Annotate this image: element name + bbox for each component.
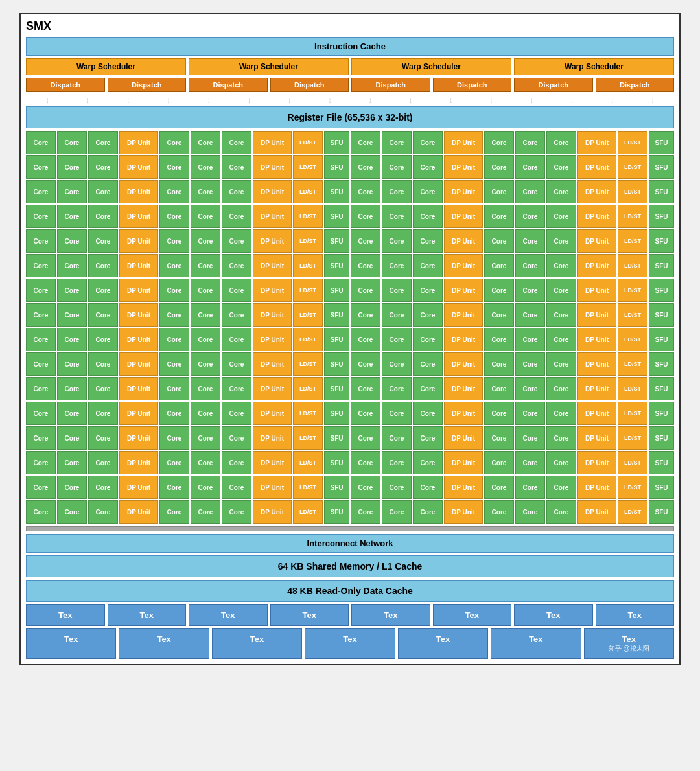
cell-r9-c14: Core: [484, 352, 514, 376]
cell-r12-c2: Core: [88, 426, 118, 450]
cell-r12-c3: DP Unit: [119, 426, 158, 450]
cell-r7-c19: SFU: [649, 303, 674, 327]
cell-r9-c5: Core: [191, 352, 220, 376]
cell-r15-c0: Core: [26, 500, 56, 524]
cell-r1-c7: DP Unit: [253, 155, 292, 179]
cell-r6-c5: Core: [191, 279, 220, 302]
cell-r15-c8: LD/ST: [293, 500, 323, 524]
cell-r13-c17: DP Unit: [578, 451, 616, 474]
cell-r15-c11: Core: [382, 500, 412, 524]
cell-r1-c5: Core: [191, 155, 220, 179]
tex-unit-r1-1: Tex: [108, 604, 187, 626]
cell-r10-c6: Core: [222, 377, 251, 400]
cell-r2-c14: Core: [484, 180, 514, 203]
cell-r2-c1: Core: [57, 180, 87, 203]
cell-r2-c2: Core: [88, 180, 118, 203]
cell-r1-c11: Core: [382, 155, 412, 179]
cell-r4-c0: Core: [26, 229, 56, 253]
cell-r4-c15: Core: [515, 229, 545, 253]
cell-r13-c2: Core: [88, 451, 118, 474]
smx-container: SMX Instruction Cache Warp Scheduler War…: [19, 13, 681, 665]
cell-r6-c15: Core: [515, 279, 545, 302]
cell-r1-c0: Core: [26, 155, 56, 179]
tex-unit-r2-5: Tex: [491, 628, 581, 659]
cell-r0-c18: LD/ST: [618, 131, 648, 154]
cell-r15-c6: Core: [222, 500, 251, 524]
core-row-11: CoreCoreCoreDP UnitCoreCoreCoreDP UnitLD…: [26, 402, 674, 425]
cell-r5-c1: Core: [57, 254, 87, 277]
cell-r12-c5: Core: [191, 426, 220, 450]
cell-r5-c3: DP Unit: [119, 254, 158, 277]
cell-r14-c13: DP Unit: [444, 476, 483, 499]
cell-r14-c16: Core: [546, 476, 576, 499]
cell-r5-c16: Core: [546, 254, 576, 277]
shared-memory: 64 KB Shared Memory / L1 Cache: [26, 555, 674, 577]
cell-r0-c16: Core: [546, 131, 576, 154]
cell-r7-c0: Core: [26, 303, 56, 327]
warp-scheduler-4: Warp Scheduler: [514, 58, 674, 75]
instruction-cache: Instruction Cache: [26, 37, 674, 56]
cell-r7-c1: Core: [57, 303, 87, 327]
cell-r15-c17: DP Unit: [578, 500, 616, 524]
cell-r7-c7: DP Unit: [253, 303, 292, 327]
cell-r6-c12: Core: [413, 279, 443, 302]
cell-r8-c13: DP Unit: [444, 328, 483, 351]
cell-r13-c4: Core: [159, 451, 189, 474]
cell-r6-c16: Core: [546, 279, 576, 302]
cell-r4-c16: Core: [546, 229, 576, 253]
cell-r3-c18: LD/ST: [618, 205, 648, 228]
arrow-7: ↓: [287, 95, 292, 105]
tex-row-2: TexTexTexTexTexTexTex知乎 @挖太阳: [26, 628, 674, 659]
arrow-5: ↓: [207, 95, 211, 105]
cell-r11-c11: Core: [382, 402, 412, 425]
cell-r4-c7: DP Unit: [253, 229, 292, 253]
cell-r6-c9: SFU: [324, 279, 349, 302]
cell-r13-c0: Core: [26, 451, 56, 474]
cell-r10-c18: LD/ST: [618, 377, 648, 400]
cell-r8-c15: Core: [515, 328, 545, 351]
cell-r2-c13: DP Unit: [444, 180, 483, 203]
cell-r2-c15: Core: [515, 180, 545, 203]
cell-r9-c16: Core: [546, 352, 576, 376]
cell-r12-c8: LD/ST: [293, 426, 323, 450]
cell-r15-c19: SFU: [649, 500, 674, 524]
cell-r2-c11: Core: [382, 180, 412, 203]
cell-r3-c17: DP Unit: [578, 205, 616, 228]
cell-r14-c15: Core: [515, 476, 545, 499]
cell-r1-c19: SFU: [649, 155, 674, 179]
cell-r1-c4: Core: [159, 155, 189, 179]
cell-r0-c1: Core: [57, 131, 87, 154]
cell-r11-c14: Core: [484, 402, 514, 425]
cell-r4-c18: LD/ST: [618, 229, 648, 253]
cell-r1-c14: Core: [484, 155, 514, 179]
cell-r14-c1: Core: [57, 476, 87, 499]
cell-r8-c3: DP Unit: [119, 328, 158, 351]
cell-r5-c13: DP Unit: [444, 254, 483, 277]
cell-r5-c5: Core: [191, 254, 220, 277]
cell-r0-c12: Core: [413, 131, 443, 154]
cell-r14-c8: LD/ST: [293, 476, 323, 499]
cell-r6-c4: Core: [159, 279, 189, 302]
cell-r11-c12: Core: [413, 402, 443, 425]
cell-r2-c19: SFU: [649, 180, 674, 203]
cell-r7-c8: LD/ST: [293, 303, 323, 327]
cell-r3-c10: Core: [351, 205, 380, 228]
arrow-3: ↓: [126, 95, 130, 105]
cell-r3-c6: Core: [222, 205, 251, 228]
cell-r13-c7: DP Unit: [253, 451, 292, 474]
core-row-4: CoreCoreCoreDP UnitCoreCoreCoreDP UnitLD…: [26, 229, 674, 253]
cell-r8-c14: Core: [484, 328, 514, 351]
cell-r1-c18: LD/ST: [618, 155, 648, 179]
cell-r0-c17: DP Unit: [578, 131, 616, 154]
cell-r5-c11: Core: [382, 254, 412, 277]
cell-r2-c4: Core: [159, 180, 189, 203]
cell-r12-c13: DP Unit: [444, 426, 483, 450]
cell-r15-c4: Core: [159, 500, 189, 524]
cell-r12-c12: Core: [413, 426, 443, 450]
cell-r14-c2: Core: [88, 476, 118, 499]
cell-r7-c2: Core: [88, 303, 118, 327]
cell-r10-c15: Core: [515, 377, 545, 400]
cell-r6-c7: DP Unit: [253, 279, 292, 302]
cell-r8-c4: Core: [159, 328, 189, 351]
tex-unit-r1-3: Tex: [270, 604, 349, 626]
